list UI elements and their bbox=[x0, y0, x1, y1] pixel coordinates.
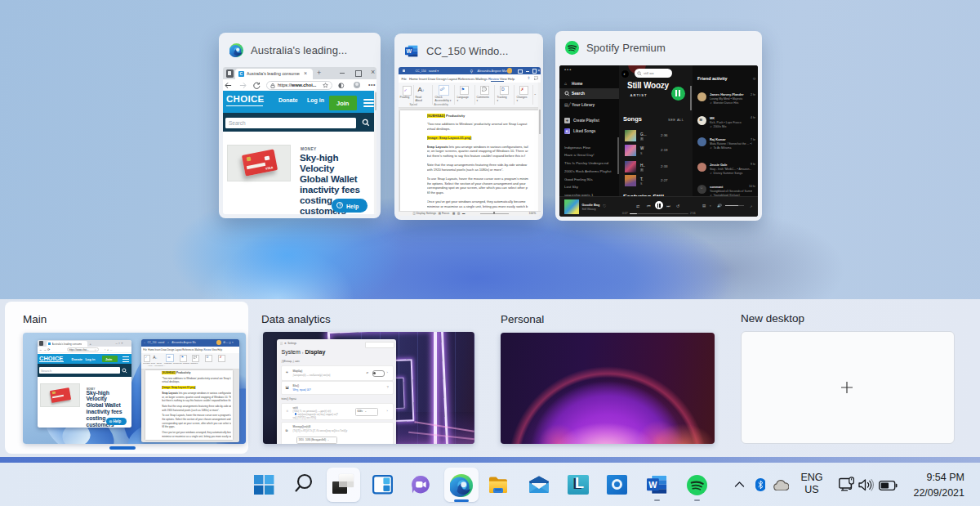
svg-text:W: W bbox=[407, 48, 412, 54]
svg-text:W: W bbox=[648, 480, 657, 490]
